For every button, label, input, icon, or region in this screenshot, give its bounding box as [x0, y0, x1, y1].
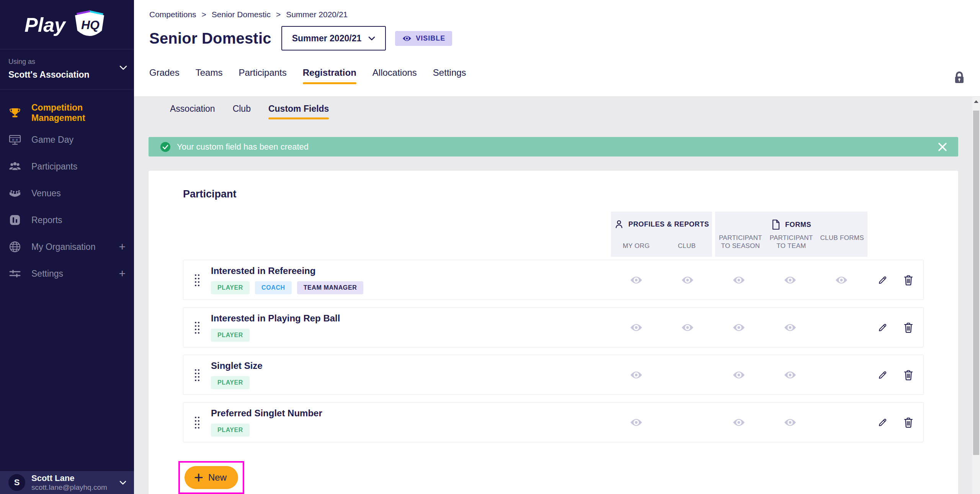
badge-coach: COACH — [255, 281, 292, 294]
plus-icon — [194, 473, 203, 482]
delete-button[interactable] — [902, 368, 915, 382]
pencil-icon — [877, 369, 888, 381]
subtab-association[interactable]: Association — [170, 104, 215, 119]
tab-teams[interactable]: Teams — [196, 67, 223, 85]
visibility-toggle[interactable] — [835, 275, 848, 285]
column-header-my-org: MY ORG — [611, 242, 662, 250]
sidebar-item-competition-management[interactable]: Competition Management — [0, 99, 134, 126]
breadcrumb-item-senior-domestic[interactable]: Senior Domestic — [212, 10, 271, 19]
visibility-toggle[interactable] — [784, 275, 797, 285]
visibility-toggle[interactable] — [681, 275, 694, 285]
visibility-toggle[interactable] — [732, 323, 745, 333]
breadcrumb: Competitions>Senior Domestic>Summer 2020… — [149, 10, 980, 19]
delete-button[interactable] — [902, 416, 915, 429]
visibility-toggle[interactable] — [732, 417, 745, 427]
delete-button[interactable] — [902, 321, 915, 334]
visibility-toggle[interactable] — [732, 370, 745, 380]
drag-handle-icon[interactable] — [183, 321, 211, 334]
drag-handle-icon[interactable] — [183, 416, 211, 429]
visibility-toggle[interactable] — [681, 323, 694, 333]
breadcrumb-separator: > — [276, 10, 281, 19]
banner-message: Your custom field has been created — [177, 142, 309, 152]
banner-close-button[interactable] — [938, 142, 947, 152]
scrollbar-thumb[interactable] — [973, 111, 979, 455]
visibility-toggle[interactable] — [732, 275, 745, 285]
visibility-toggle[interactable] — [630, 323, 643, 333]
visibility-toggle[interactable] — [630, 417, 643, 427]
chevron-down-icon — [119, 65, 127, 70]
drag-handle-icon[interactable] — [183, 368, 211, 382]
badge-player: PLAYER — [211, 376, 250, 389]
edit-button[interactable] — [876, 321, 889, 334]
tab-allocations[interactable]: Allocations — [372, 67, 417, 85]
registration-subtabs: AssociationClubCustom Fields — [134, 97, 980, 119]
sidebar-item-venues[interactable]: Venues — [0, 180, 134, 207]
main-area: Competitions>Senior Domestic>Summer 2020… — [134, 0, 980, 494]
visibility-toggle[interactable] — [630, 275, 643, 285]
content-area: AssociationClubCustom Fields Your custom… — [134, 97, 980, 494]
org-name: Scott's Association — [8, 70, 126, 80]
breadcrumb-item-summer-2020-21[interactable]: Summer 2020/21 — [286, 10, 348, 19]
org-switcher[interactable]: Using as Scott's Association — [0, 49, 134, 89]
table-header: PROFILES & REPORTS MY ORGCLUB FORMS PART… — [183, 212, 924, 257]
person-icon — [614, 219, 624, 229]
user-name: Scott Lane — [31, 473, 107, 483]
playhq-logo[interactable]: Play HQ — [0, 0, 134, 49]
visibility-cell-2 — [662, 275, 713, 285]
edit-button[interactable] — [876, 368, 889, 382]
role-badges: PLAYER — [211, 329, 611, 342]
visibility-cell-2 — [662, 417, 713, 427]
trash-icon — [903, 274, 914, 286]
subtab-custom-fields[interactable]: Custom Fields — [268, 104, 329, 119]
close-icon — [938, 142, 947, 152]
visibility-cell-5 — [816, 323, 867, 333]
sidebar-item-settings[interactable]: Settings + — [0, 260, 134, 287]
badge-team-manager: TEAM MANAGER — [297, 281, 364, 294]
scroll-up-icon[interactable] — [973, 100, 979, 103]
season-selector-value: Summer 2020/21 — [292, 33, 362, 44]
custom-field-title: Preferred Singlet Number — [211, 408, 611, 419]
chevron-down-icon — [119, 481, 126, 485]
lock-icon — [953, 71, 965, 84]
visibility-cell-3 — [713, 370, 764, 380]
sidebar-item-game-day[interactable]: 0:0 Game Day — [0, 126, 134, 153]
column-header-participant-to-team: PARTICIPANT TO TEAM — [766, 234, 817, 250]
page-header: Competitions>Senior Domestic>Summer 2020… — [134, 0, 980, 97]
visibility-cell-4 — [764, 323, 816, 333]
column-header-club-forms: CLUB FORMS — [817, 234, 867, 250]
tab-participants[interactable]: Participants — [238, 67, 286, 85]
visibility-cell-4 — [764, 275, 816, 285]
visibility-toggle[interactable] — [784, 370, 797, 380]
sidebar-item-my-organisation[interactable]: My Organisation + — [0, 233, 134, 260]
trash-icon — [903, 369, 914, 381]
expand-plus-icon: + — [119, 241, 126, 253]
visibility-toggle[interactable] — [784, 323, 797, 333]
edit-button[interactable] — [876, 274, 889, 287]
chart-icon — [8, 214, 21, 227]
visibility-toggle[interactable] — [630, 370, 643, 380]
visibility-cell-3 — [713, 275, 764, 285]
custom-field-title: Singlet Size — [211, 360, 611, 371]
visibility-toggle[interactable] — [784, 417, 797, 427]
delete-button[interactable] — [902, 273, 915, 287]
scoreboard-icon: 0:0 — [8, 133, 21, 146]
vertical-scrollbar[interactable] — [972, 97, 980, 494]
subtab-club[interactable]: Club — [233, 104, 251, 119]
new-custom-field-button[interactable]: New — [185, 466, 238, 489]
sliders-icon — [8, 267, 21, 280]
tab-registration[interactable]: Registration — [303, 67, 356, 85]
role-badges: PLAYER — [211, 376, 611, 389]
user-menu[interactable]: S Scott Lane scott.lane@playhq.com — [0, 471, 134, 494]
sidebar-item-reports[interactable]: Reports — [0, 207, 134, 233]
visibility-cell-2 — [662, 370, 713, 380]
main-tabs: GradesTeamsParticipantsRegistrationAlloc… — [149, 67, 980, 85]
pencil-icon — [877, 417, 888, 428]
breadcrumb-item-competitions[interactable]: Competitions — [149, 10, 196, 19]
tab-grades[interactable]: Grades — [149, 67, 180, 85]
edit-button[interactable] — [876, 416, 889, 429]
season-selector[interactable]: Summer 2020/21 — [281, 26, 386, 51]
tab-settings[interactable]: Settings — [433, 67, 466, 85]
page-title: Senior Domestic — [149, 30, 271, 47]
drag-handle-icon[interactable] — [183, 273, 211, 287]
sidebar-item-participants[interactable]: Participants — [0, 153, 134, 180]
